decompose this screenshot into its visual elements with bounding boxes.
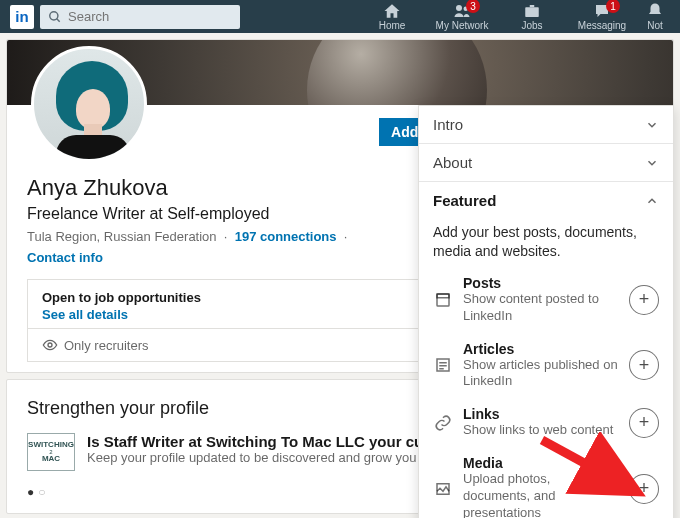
tip-title: Is Staff Writer at Switching To Mac LLC … xyxy=(87,433,435,450)
briefcase-icon xyxy=(523,2,541,20)
only-recruiters-label: Only recruiters xyxy=(64,338,149,353)
nav-network[interactable]: 3 My Network xyxy=(430,2,494,31)
featured-media: Media Upload photos, documents, and pres… xyxy=(433,447,659,518)
dd-featured[interactable]: Featured xyxy=(419,181,673,219)
featured-articles: Articles Show articles published on Link… xyxy=(433,333,659,399)
chevron-down-icon xyxy=(645,156,659,170)
nav-label: My Network xyxy=(430,20,494,31)
nav-label: Home xyxy=(360,20,424,31)
eye-icon xyxy=(42,337,58,353)
avatar[interactable] xyxy=(31,46,147,162)
home-icon xyxy=(383,2,401,20)
featured-posts: Posts Show content posted to LinkedIn + xyxy=(433,267,659,333)
svg-rect-7 xyxy=(437,294,449,298)
add-section-dropdown: Intro About Featured Add your best posts… xyxy=(418,105,674,518)
top-nav: in Home 3 My Network Jobs 1 Messaging No… xyxy=(0,0,680,33)
nav-jobs[interactable]: Jobs xyxy=(500,2,564,31)
connections-link[interactable]: 197 connections xyxy=(235,229,337,244)
add-links-button[interactable]: + xyxy=(629,408,659,438)
svg-point-0 xyxy=(50,11,58,19)
bell-icon xyxy=(646,2,664,20)
nav-label: Messaging xyxy=(570,20,634,31)
nav-notifications[interactable]: Not xyxy=(640,2,670,31)
svg-point-2 xyxy=(456,5,462,11)
add-posts-button[interactable]: + xyxy=(629,285,659,315)
dd-intro[interactable]: Intro xyxy=(419,106,673,143)
nav-label: Jobs xyxy=(500,20,564,31)
nav-messaging[interactable]: 1 Messaging xyxy=(570,2,634,31)
tip-sub: Keep your profile updated to be discover… xyxy=(87,450,435,465)
article-icon xyxy=(434,356,452,374)
linkedin-logo[interactable]: in xyxy=(10,5,34,29)
tip-thumbnail: SWITCHING 2 MAC xyxy=(27,433,75,471)
nav-label: Not xyxy=(640,20,670,31)
profile-location: Tula Region, Russian Federation xyxy=(27,229,217,244)
svg-point-5 xyxy=(48,343,52,347)
featured-description: Add your best posts, documents, media an… xyxy=(433,223,659,261)
chevron-up-icon xyxy=(645,194,659,208)
featured-links: Links Show links to web content + xyxy=(433,398,659,447)
post-icon xyxy=(434,291,452,309)
search-input[interactable] xyxy=(40,5,240,29)
search-icon xyxy=(48,10,62,24)
dd-about[interactable]: About xyxy=(419,143,673,181)
svg-rect-4 xyxy=(525,7,539,17)
svg-line-1 xyxy=(57,18,60,21)
chevron-down-icon xyxy=(645,118,659,132)
add-articles-button[interactable]: + xyxy=(629,350,659,380)
nav-home[interactable]: Home xyxy=(360,2,424,31)
media-icon xyxy=(434,480,452,498)
svg-rect-6 xyxy=(437,294,449,306)
contact-info-link[interactable]: Contact info xyxy=(27,250,103,265)
add-media-button[interactable]: + xyxy=(629,474,659,504)
link-icon xyxy=(434,414,452,432)
